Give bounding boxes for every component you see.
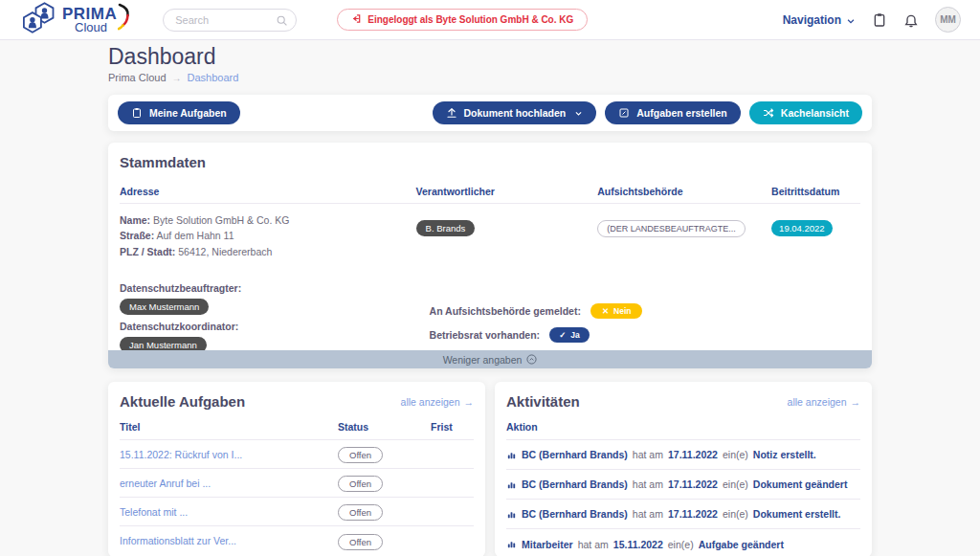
global-search [163,9,297,32]
plz-stadt-label: PLZ / Stadt: [120,246,175,257]
arrow-right-icon: → [851,396,861,408]
column-beitrittsdatum: Beitrittsdatum [771,186,860,197]
betriebsrat-chip[interactable]: ✓ Ja [549,327,590,343]
beitrittsdatum-chip: 19.04.2022 [771,220,833,236]
status-badge: Offen [338,534,383,550]
search-icon [276,13,288,26]
logged-in-as-label: Eingeloggt als Byte Solution GmbH & Co. … [368,14,573,25]
datenschutzbeauftragter-label: Datenschutzbeauftragter: [120,282,416,294]
privacy-officers-block: Datenschutzbeauftragter: Max Mustermann … [120,282,416,350]
plz-stadt-value: 56412, Niedererbach [178,246,272,257]
breadcrumb-current[interactable]: Dashboard [188,72,239,83]
activity-action[interactable]: Aufgabe geändert [699,539,784,550]
verantwortlicher-chip[interactable]: B. Brands [416,220,476,236]
activity-date: 17.11.2022 [668,508,718,520]
navbar-right-group: Navigation MM [783,7,961,33]
task-title-link[interactable]: Telefonat mit ... [120,506,338,518]
status-badge: Offen [338,447,383,463]
tasks-show-all-link[interactable]: alle anzeigen → [401,396,474,408]
activity-action[interactable]: Dokument erstellt. [753,508,841,520]
toolbar-right-group: Dokument hochladen Aufgaben erstellen Ka… [433,101,863,124]
create-tasks-button[interactable]: Aufgaben erstellen [605,101,741,124]
activity-bars-icon [506,539,517,549]
datenschutzkoordinator-chip[interactable]: Jan Mustermann [120,337,207,350]
top-navbar: PRIMA Cloud Eingeloggt als Byte Sol [0,0,980,40]
strasse-value: Auf dem Hahn 11 [157,230,234,241]
task-row: erneuter Anruf bei ... Offen [120,469,474,498]
avatar-initials: MM [940,14,956,25]
task-row: Telefonat mit ... Offen [120,498,474,526]
activity-date: 15.11.2022 [613,539,663,550]
clipboard-icon [131,107,143,119]
activity-text: ein(e) [668,539,694,550]
upload-document-label: Dokument hochladen [464,107,567,119]
activity-bars-icon [506,450,517,460]
activity-actor[interactable]: Mitarbeiter [522,539,573,550]
activity-action[interactable]: Dokument geändert [753,478,848,490]
check-icon: ✓ [559,330,566,340]
activity-text: ein(e) [723,449,748,460]
tasks-column-headers: Titel Status Frist [120,421,474,440]
strasse-label: Straße: [120,230,154,241]
my-tasks-label: Meine Aufgaben [149,107,227,119]
stammdaten-data-row: Name: Byte Solution GmbH & Co. KG Straße… [120,212,860,259]
activity-bars-icon [506,479,517,490]
stammdaten-card: Stammdaten Adresse Verantwortlicher Aufs… [108,143,872,368]
activity-action[interactable]: Notiz erstellt. [753,449,816,460]
activity-actor[interactable]: BC (Bernhard Brands) [522,478,628,490]
logo-text-cloud: Cloud [75,21,117,33]
current-tasks-card: Aktuelle Aufgaben alle anzeigen → Titel … [108,382,485,556]
navigation-label: Navigation [783,13,841,27]
activities-card: Aktivitäten alle anzeigen → Aktion BC (B… [495,382,872,556]
activity-actor[interactable]: BC (Bernhard Brands) [522,508,628,520]
gemeldet-label: An Aufsichtsbehörde gemeldet: [430,305,581,317]
task-title-link[interactable]: erneuter Anruf bei ... [120,478,338,489]
column-status: Status [338,421,431,433]
prima-cloud-logo[interactable]: PRIMA Cloud [21,1,130,39]
status-badge: Offen [338,504,383,521]
activity-text: hat am [633,478,663,490]
breadcrumb-arrow-icon: → [172,73,182,83]
activity-date: 17.11.2022 [668,449,718,460]
upload-document-button[interactable]: Dokument hochladen [433,101,597,124]
column-verantwortlicher: Verantwortlicher [416,186,598,197]
privacy-section: Datenschutzbeauftragter: Max Mustermann … [120,282,860,350]
user-avatar[interactable]: MM [935,7,961,33]
my-tasks-button[interactable]: Meine Aufgaben [118,101,240,124]
datenschutzbeauftragter-chip[interactable]: Max Mustermann [120,299,209,315]
address-block: Name: Byte Solution GmbH & Co. KG Straße… [120,212,416,259]
activity-text: hat am [633,449,663,460]
breadcrumb: Prima Cloud → Dashboard [108,72,872,83]
logo-hexagon-locks-icon [21,1,59,39]
gemeldet-chip[interactable]: ✕ Nein [590,303,643,319]
activity-actor[interactable]: BC (Bernhard Brands) [522,449,628,460]
collapse-details-bar[interactable]: Weniger angaben [108,350,872,368]
german-flag-arc-icon [118,3,130,34]
task-title-link[interactable]: Informationsblatt zur Ver... [120,535,338,546]
tile-view-button[interactable]: Kachelansicht [749,101,862,124]
column-titel: Titel [120,421,338,433]
activity-row: BC (Bernhard Brands) hat am 17.11.2022 e… [506,440,860,470]
activity-row: Mitarbeiter hat am 15.11.2022 ein(e) Auf… [506,529,860,556]
current-tasks-title: Aktuelle Aufgaben [120,393,245,410]
activities-show-all-label: alle anzeigen [788,396,847,408]
activities-show-all-link[interactable]: alle anzeigen → [788,396,860,408]
clipboard-icon[interactable] [872,12,887,28]
breadcrumb-root[interactable]: Prima Cloud [108,72,167,83]
bell-icon[interactable] [903,12,919,28]
logged-in-as-banner[interactable]: Eingeloggt als Byte Solution GmbH & Co. … [337,9,588,31]
x-icon: ✕ [602,306,609,316]
task-row: Informationsblatt zur Ver... Offen [120,526,474,555]
navigation-dropdown[interactable]: Navigation [783,13,856,27]
gemeldet-value: Nein [613,306,631,316]
create-tasks-label: Aufgaben erstellen [636,107,727,119]
page-header: Dashboard Prima Cloud → Dashboard [108,44,872,83]
divider [120,203,860,204]
activities-column-headers: Aktion [506,421,860,440]
shuffle-icon [763,107,774,119]
column-frist: Frist [431,421,474,433]
aufsichtsbehoerde-chip[interactable]: (DER LANDESBEAUFTRAGTE... [597,220,746,237]
task-title-link[interactable]: 15.11.2022: Rückruf von I... [120,449,338,460]
note-edit-icon [618,107,630,119]
activity-text: hat am [633,508,663,520]
